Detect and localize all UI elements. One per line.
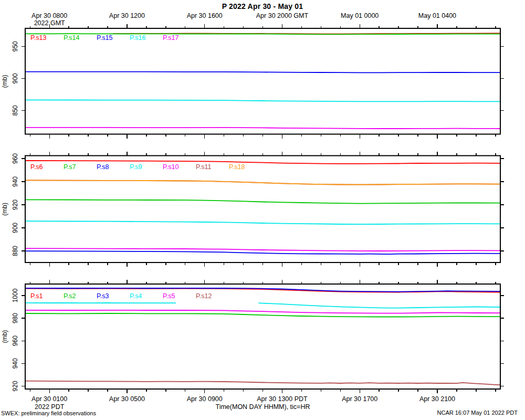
legend-P.s13-label: P.s13 [30,34,46,41]
legend-P.s8-label: P.s8 [97,163,109,171]
series-P.s18-line [25,180,500,184]
legend-P.s14-label: P.s14 [64,34,79,41]
bottom-axis-label: Apr 30 0900 [187,395,223,403]
bottom-axis-label: 2022 PDT [35,403,65,411]
panel-border [25,284,500,389]
legend-P.s17-label: P.s17 [163,34,178,41]
bottom-axis-label: Apr 30 0100 [32,395,67,403]
y-tick-label: 900 [12,73,19,83]
series-P.s10-line [25,248,500,251]
top-axis-label: 2022 GMT [34,19,65,27]
series-P.s9-line [25,221,500,224]
y-tick-label: 900 [12,223,19,233]
y-tick-label: 940 [12,176,19,187]
footer-credit-right: NCAR 16:07 May 01 2022 PDT [437,410,518,416]
legend-P.s2-label: P.s2 [64,292,76,300]
series-P.s8-line [25,251,500,254]
y-tick-label: 920 [12,200,19,210]
panel-3: 9209409609801000(mb)P.s1P.s2P.s3P.s4P.s5… [1,280,504,393]
series-P.s5-line [25,310,500,313]
top-axis-label: May 01 0400 [418,12,456,19]
panel-border [25,156,500,263]
y-tick-label: 960 [12,153,19,164]
legend-P.s4-label: P.s4 [130,292,142,300]
x-axis-title: Time(MON DAY HHMM), tic=HR [216,403,310,411]
bottom-axis-label: Apr 30 0500 [109,395,145,403]
y-tick-label: 920 [12,381,19,391]
legend-P.s5-label: P.s5 [163,292,175,300]
y-ticks [22,296,504,386]
panel-1: 850900950(mb)P.s13P.s14P.s15P.s16P.s17 [1,24,504,139]
y-ticks [22,159,504,251]
footer-annotation-left: SWEX: preliminary field observations [1,410,96,416]
legend-P.s3-label: P.s3 [97,292,109,300]
series-P.s7-line [25,200,500,203]
legend-P.s18-label: P.s18 [229,163,245,171]
series-P.s4-line [259,303,500,308]
series-P.s15-line [25,72,500,73]
y-axis-title: (mb) [1,75,8,88]
y-tick-label: 960 [12,335,19,346]
series-P.s2-line [25,313,500,317]
y-tick-label: 940 [12,358,19,369]
legend-P.s16-label: P.s16 [130,34,145,41]
legend-P.s11-label: P.s11 [196,163,211,171]
series-group [25,161,500,254]
legend-P.s6-label: P.s6 [30,163,43,171]
top-axis-label: Apr 30 0800 [32,12,67,19]
pressure-timeseries-chart: 850900950(mb)P.s13P.s14P.s15P.s16P.s1788… [0,0,525,420]
y-tick-label: 880 [12,246,19,256]
legend-P.s12-label: P.s12 [196,292,212,300]
y-axis-title: (mb) [1,330,8,343]
bottom-axis-label: Apr 30 2100 [419,395,455,403]
top-axis-label: Apr 30 1200 [109,12,145,19]
panel-border [25,28,500,134]
bottom-axis-label: Apr 30 1700 [342,395,377,403]
legend-P.s10-label: P.s10 [163,163,178,171]
legend-P.s15-label: P.s15 [97,34,112,41]
legend-P.s1-label: P.s1 [30,292,43,300]
legend-P.s9-label: P.s9 [130,163,142,171]
y-tick-label: 850 [12,105,19,116]
series-P.s16-line [25,100,500,101]
top-axis-label: May 01 0000 [341,12,379,19]
bottom-axis-label: Apr 30 1300 PDT [257,395,308,403]
y-tick-label: 980 [12,313,19,323]
top-axis-label: Apr 30 2000 GMT [256,12,309,19]
series-P.s12-line [25,381,500,385]
y-tick-label: 1000 [12,288,19,302]
y-tick-label: 950 [12,41,19,51]
panel-2: 880900920940960(mb)P.s6P.s7P.s8P.s9P.s10… [1,152,504,267]
series-group [25,288,500,385]
series-group [25,34,500,129]
y-axis-title: (mb) [1,203,8,216]
legend-P.s7-label: P.s7 [64,163,76,171]
top-axis-label: Apr 30 1600 [187,12,223,19]
series-P.s17-line [25,128,500,129]
plot-window: P 2022 Apr 30 - May 01 850900950(mb)P.s1… [0,0,525,420]
